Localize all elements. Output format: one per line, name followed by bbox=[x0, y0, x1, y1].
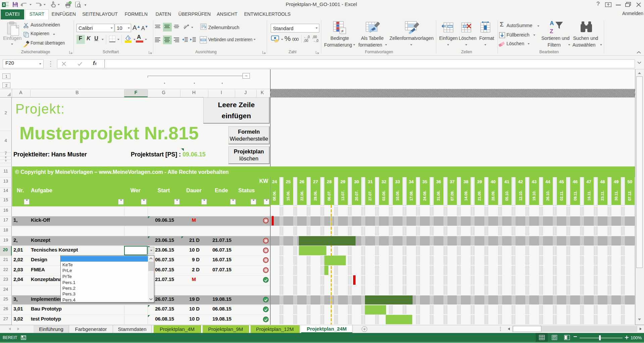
svg-text:ab: ab bbox=[183, 24, 187, 29]
svg-text:≠: ≠ bbox=[341, 28, 343, 33]
svg-text:X: X bbox=[3, 3, 5, 7]
